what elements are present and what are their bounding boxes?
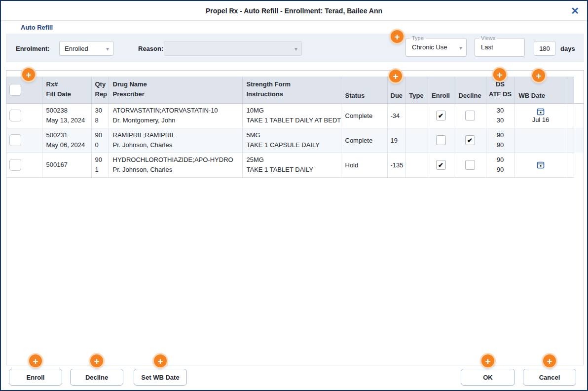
status-cell: Hold	[341, 153, 387, 177]
qty-cell: 901	[91, 153, 109, 177]
gutter-cell	[567, 153, 574, 177]
cancel-button[interactable]: Cancel	[523, 369, 576, 386]
row-select-checkbox[interactable]	[9, 159, 21, 171]
table-row[interactable]: 500238May 13, 2024 308 ATORVASTATIN;ATOR…	[6, 103, 584, 128]
col-header-enroll: Enroll	[428, 77, 454, 103]
enrolment-label: Enrolment:	[16, 45, 50, 52]
type-cell	[405, 153, 428, 177]
col-header-drug: Drug NamePrescriber	[109, 77, 242, 103]
close-icon[interactable]: ✕	[571, 4, 579, 17]
enroll-checkbox[interactable]: ✔	[436, 111, 446, 120]
col-header-strength: Strength FormInstructions	[242, 77, 341, 103]
ds-cell: 3030	[486, 103, 514, 128]
table-row[interactable]: 500231May 06, 2024 900 RAMIPRIL;RAMIPRIL…	[6, 128, 584, 153]
ok-button[interactable]: OK	[461, 369, 515, 386]
row-select-checkbox[interactable]	[9, 110, 21, 121]
decline-checkbox[interactable]	[465, 160, 475, 170]
ds-cell: 9090	[486, 153, 514, 177]
ds-cell: 9090	[486, 128, 514, 153]
col-header-decline: Decline	[454, 77, 486, 103]
titlebar: Propel Rx - Auto Refill - Enrollment: Te…	[1, 1, 587, 21]
filler-cell	[574, 153, 584, 177]
wb-date-cell	[514, 128, 567, 153]
calendar-icon[interactable]	[537, 161, 545, 169]
table-row[interactable]: 500167 901 HYDROCHLOROTHIAZIDE;APO-HYDRO…	[6, 153, 584, 177]
wb-date-value: Jul 16	[532, 116, 550, 124]
views-select[interactable]: Views Last	[475, 38, 525, 57]
filler-cell	[574, 128, 584, 153]
filter-bar: Enrolment: Enrolled ▾ Reason: ▾ Type Chr…	[6, 34, 584, 62]
enroll-button[interactable]: Enroll	[9, 369, 62, 386]
status-cell: Complete	[341, 103, 387, 128]
col-header-rx: Rx#Fill Date	[42, 77, 91, 103]
plus-marker-ds-column[interactable]: +	[493, 68, 506, 81]
decline-button[interactable]: Decline	[70, 369, 123, 386]
decline-checkbox[interactable]: ✔	[465, 135, 475, 145]
dialog-title: Propel Rx - Auto Refill - Enrollment: Te…	[206, 7, 382, 15]
plus-marker-enroll-button[interactable]: +	[29, 354, 42, 367]
reason-select[interactable]: ▾	[164, 41, 302, 56]
due-cell: -34	[387, 103, 405, 128]
enroll-checkbox[interactable]: ✔	[436, 160, 446, 170]
chevron-down-icon: ▾	[459, 44, 462, 51]
row-select-checkbox[interactable]	[9, 134, 21, 146]
calendar-icon[interactable]	[537, 108, 545, 116]
enrolment-value: Enrolled	[65, 45, 88, 52]
views-label: Views	[479, 35, 497, 42]
days-input[interactable]	[534, 41, 555, 56]
reason-label: Reason:	[138, 45, 163, 52]
due-cell: 19	[387, 128, 405, 153]
due-cell: -135	[387, 153, 405, 177]
type-value: Chronic Use	[412, 43, 447, 51]
decline-checkbox[interactable]	[465, 111, 475, 120]
status-cell: Complete	[341, 128, 387, 153]
strength-cell: 10MGTAKE 1 TABLET DAILY AT BEDTIME	[242, 103, 341, 128]
qty-cell: 308	[91, 103, 109, 128]
rx-cell: 500167	[42, 153, 91, 177]
qty-cell: 900	[91, 128, 109, 153]
enrolment-select[interactable]: Enrolled ▾	[59, 41, 113, 56]
gutter-cell	[567, 128, 574, 153]
wb-date-cell: Jul 16	[514, 103, 567, 128]
type-cell	[405, 128, 428, 153]
enroll-checkbox[interactable]	[436, 135, 446, 145]
type-label: Type	[410, 35, 426, 42]
set-wb-date-button[interactable]: Set WB Date	[134, 369, 187, 386]
select-all-checkbox[interactable]	[9, 84, 21, 96]
filler-cell	[574, 103, 584, 128]
rx-cell: 500238May 13, 2024	[42, 103, 91, 128]
drug-cell: RAMIPRIL;RAMIPRILPr. Johnson, Charles	[109, 128, 242, 153]
type-cell	[405, 103, 428, 128]
type-select[interactable]: Type Chronic Use ▾	[405, 38, 467, 57]
days-suffix-label: days	[560, 45, 575, 52]
chevron-down-icon: ▾	[294, 45, 297, 52]
gutter-cell	[567, 103, 574, 128]
plus-marker-ok-button[interactable]: +	[481, 354, 494, 367]
plus-marker-wb-date-column[interactable]: +	[532, 69, 545, 82]
plus-marker-cancel-button[interactable]: +	[543, 354, 556, 367]
plus-marker-type-filter[interactable]: +	[391, 30, 404, 43]
col-header-gutter	[567, 77, 574, 103]
drug-cell: ATORVASTATIN;ATORVASTATIN-10Dr. Montgome…	[109, 103, 242, 128]
strength-cell: 5MGTAKE 1 CAPSULE DAILY	[242, 128, 341, 153]
col-header-type: Type	[405, 77, 428, 103]
section-label: Auto Refill	[21, 24, 53, 31]
drug-cell: HYDROCHLOROTHIAZIDE;APO-HYDROPr. Johnson…	[109, 153, 242, 177]
refill-table: Rx#Fill Date QtyRep Drug NamePrescriber …	[6, 70, 584, 365]
col-header-qty: QtyRep	[91, 77, 109, 103]
auto-refill-dialog: Propel Rx - Auto Refill - Enrollment: Te…	[0, 0, 588, 391]
rx-cell: 500231May 06, 2024	[42, 128, 91, 153]
wb-date-cell	[514, 153, 567, 177]
col-header-filler	[574, 77, 584, 103]
plus-marker-due-column[interactable]: +	[389, 70, 402, 82]
chevron-down-icon: ▾	[106, 45, 109, 52]
strength-cell: 25MGTAKE 1 TABLET DAILY	[242, 153, 341, 177]
col-header-status: Status	[341, 77, 387, 103]
plus-marker-decline-button[interactable]: +	[90, 354, 103, 367]
plus-marker-table[interactable]: +	[22, 68, 35, 81]
plus-marker-set-wb-date-button[interactable]: +	[154, 354, 167, 367]
views-value: Last	[481, 43, 493, 51]
